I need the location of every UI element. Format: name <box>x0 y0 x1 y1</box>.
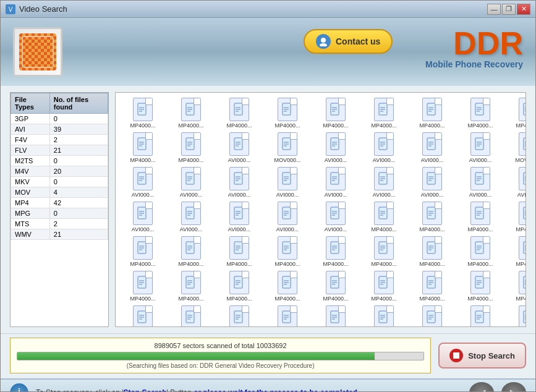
file-svg <box>378 241 389 255</box>
table-row[interactable]: MOV4 <box>11 187 108 198</box>
table-row[interactable]: MTS2 <box>11 219 108 229</box>
list-item[interactable]: MOV000... <box>265 132 310 163</box>
list-item[interactable]: AVI000... <box>217 202 262 232</box>
list-item[interactable]: MP4000... <box>169 305 213 327</box>
list-item[interactable]: MP4000... <box>506 305 526 327</box>
list-item[interactable]: MP4000... <box>506 98 526 129</box>
list-item[interactable]: MP4000... <box>169 271 213 302</box>
list-item[interactable]: AVI000... <box>458 167 503 198</box>
list-item[interactable]: MP4000... <box>121 305 165 327</box>
table-row[interactable]: MPG0 <box>11 208 108 219</box>
contact-button[interactable]: Contact us <box>304 29 393 54</box>
file-type-count: 0 <box>49 156 108 166</box>
contact-icon <box>316 34 331 49</box>
stop-search-button[interactable]: Stop Search <box>438 343 526 369</box>
list-item[interactable]: MP4000... <box>410 271 454 302</box>
table-row[interactable]: M2TS0 <box>11 156 108 166</box>
list-item[interactable]: MP4000... <box>217 305 262 327</box>
list-item[interactable]: MP4000... <box>362 271 406 302</box>
list-item[interactable]: MP4000... <box>410 305 454 327</box>
list-item[interactable]: AVI000... <box>121 167 165 198</box>
list-item[interactable]: MP4000... <box>506 271 526 302</box>
list-item[interactable]: MP4000... <box>169 98 213 129</box>
main-content: File Types No. of files found 3GP0AVI39F… <box>1 86 535 333</box>
list-item[interactable]: MP4000... <box>362 202 406 232</box>
list-item[interactable]: MP4000... <box>121 236 165 267</box>
list-item[interactable]: MP4000... <box>313 305 358 327</box>
table-row[interactable]: FLV21 <box>11 145 108 156</box>
list-item[interactable]: MP4000... <box>265 236 310 267</box>
file-type-name: MOV <box>11 187 50 198</box>
close-button[interactable]: ✕ <box>517 4 530 15</box>
list-item[interactable]: MP4000... <box>217 98 262 129</box>
table-row[interactable]: WMV21 <box>11 229 108 240</box>
back-button[interactable]: ◀ <box>469 382 494 392</box>
list-item[interactable]: MP4000... <box>217 236 262 267</box>
list-item[interactable]: AVI000... <box>217 132 262 163</box>
list-item[interactable]: MP4000... <box>313 271 358 302</box>
list-item[interactable]: MP4000... <box>265 271 310 302</box>
list-item[interactable]: MP4000... <box>169 132 213 163</box>
list-item[interactable]: AVI000... <box>217 167 262 198</box>
file-icon <box>470 305 490 327</box>
list-item[interactable]: MP4000... <box>458 305 503 327</box>
minimize-button[interactable]: — <box>487 4 501 15</box>
list-item[interactable]: MP4000... <box>362 98 406 129</box>
list-item[interactable]: MP4000... <box>121 271 165 302</box>
stop-icon-square <box>453 352 459 359</box>
list-item[interactable]: AVI000... <box>506 167 526 198</box>
list-item[interactable]: MP4000... <box>121 98 165 129</box>
table-row[interactable]: AVI39 <box>11 124 108 135</box>
file-icon <box>470 132 490 156</box>
file-svg <box>427 241 438 255</box>
list-item[interactable]: MP4000... <box>362 305 406 327</box>
list-item[interactable]: MP4000... <box>121 132 165 163</box>
list-item[interactable]: AVI000... <box>362 132 406 163</box>
list-item[interactable]: AVI000... <box>313 202 358 232</box>
file-grid-container[interactable]: MP4000... MP4000... MP4000... <box>115 92 526 327</box>
file-label: AVI000... <box>228 192 250 198</box>
list-item[interactable]: AVI000... <box>313 167 358 198</box>
table-row[interactable]: 3GP0 <box>11 114 108 124</box>
list-item[interactable]: AVI000... <box>169 167 213 198</box>
file-svg <box>234 207 245 220</box>
list-item[interactable]: MP4000... <box>169 236 213 267</box>
list-item[interactable]: AVI000... <box>410 132 454 163</box>
list-item[interactable]: AVI000... <box>362 167 406 198</box>
list-item[interactable]: MP4000... <box>410 236 454 267</box>
list-item[interactable]: MP4000... <box>506 202 526 232</box>
list-item[interactable]: MP4000... <box>458 236 503 267</box>
restore-button[interactable]: ❐ <box>502 4 516 15</box>
list-item[interactable]: MP4000... <box>265 305 310 327</box>
table-row[interactable]: F4V2 <box>11 135 108 145</box>
list-item[interactable]: MP4000... <box>362 236 406 267</box>
file-svg <box>137 310 148 324</box>
list-item[interactable]: MP4000... <box>506 236 526 267</box>
list-item[interactable]: MP4000... <box>410 98 454 129</box>
forward-button[interactable]: ▶ <box>501 382 526 392</box>
list-item[interactable]: AVI000... <box>458 132 503 163</box>
list-item[interactable]: MP4000... <box>410 202 454 232</box>
list-item[interactable]: MP4000... <box>313 236 358 267</box>
table-row[interactable]: MP442 <box>11 198 108 208</box>
list-item[interactable]: MP4000... <box>313 98 358 129</box>
list-item[interactable]: MP4000... <box>458 202 503 232</box>
list-item[interactable]: AVI000... <box>265 167 310 198</box>
list-item[interactable]: AVI000... <box>410 167 454 198</box>
list-item[interactable]: AVI000... <box>169 202 213 232</box>
list-item[interactable]: MOV000... <box>506 132 526 163</box>
file-svg <box>427 172 438 185</box>
file-svg <box>427 276 438 289</box>
list-item[interactable]: MP4000... <box>458 271 503 302</box>
file-svg <box>330 207 341 220</box>
list-item[interactable]: AVI000... <box>265 202 310 232</box>
file-label: MP4000... <box>178 157 203 163</box>
list-item[interactable]: MP4000... <box>217 271 262 302</box>
list-item[interactable]: AVI000... <box>313 132 358 163</box>
list-item[interactable]: MP4000... <box>458 98 503 129</box>
table-row[interactable]: MKV0 <box>11 177 108 187</box>
list-item[interactable]: AVI000... <box>121 202 165 232</box>
list-item[interactable]: MP4000... <box>265 98 310 129</box>
file-type-count: 0 <box>49 177 108 187</box>
table-row[interactable]: M4V20 <box>11 166 108 177</box>
